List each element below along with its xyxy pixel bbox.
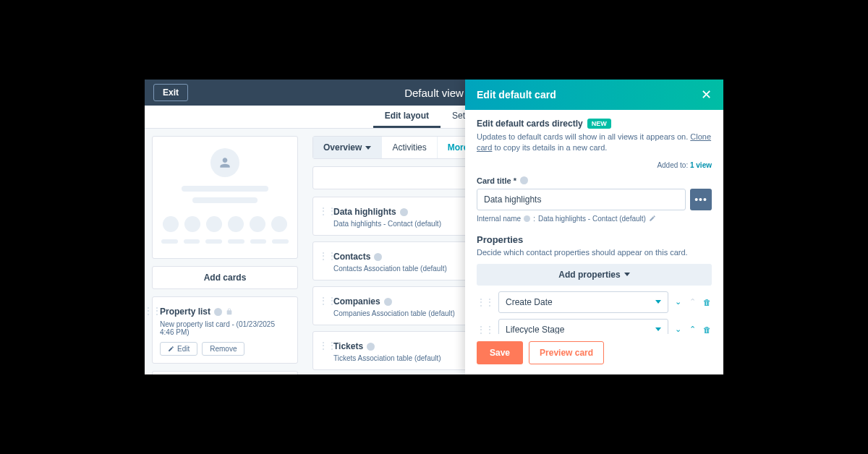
info-icon bbox=[520, 176, 528, 184]
tab-activities[interactable]: Activities bbox=[382, 137, 437, 158]
add-cards-left[interactable]: Add cards bbox=[152, 266, 298, 289]
added-to-link[interactable]: 1 view bbox=[690, 161, 712, 169]
drag-handle-icon[interactable]: ⋮⋮ bbox=[477, 325, 494, 334]
skeleton-line bbox=[272, 239, 289, 244]
drawer-footer: Save Preview card bbox=[465, 334, 723, 374]
caret-down-icon bbox=[365, 146, 371, 150]
skeleton-circle bbox=[228, 216, 244, 232]
view-title: Default view bbox=[404, 87, 464, 99]
skeleton-line bbox=[192, 197, 258, 203]
skeleton-circle bbox=[250, 216, 265, 232]
property-row: ⋮⋮ Create Date ⌄ ⌃ 🗑 bbox=[477, 291, 712, 313]
side-card-desc: New property list card - (01/23/2025 4:4… bbox=[160, 320, 290, 336]
skeleton-line bbox=[205, 239, 222, 244]
info-icon bbox=[367, 343, 375, 351]
card-title: Contacts bbox=[333, 252, 370, 262]
properties-heading: Properties bbox=[477, 234, 712, 245]
edit-card-drawer: Edit default card ✕ Edit default cards d… bbox=[465, 80, 723, 374]
property-select[interactable]: Lifecycle Stage bbox=[498, 319, 668, 334]
side-card-about-contact[interactable]: ⋮⋮ About this contact About this contact… bbox=[152, 371, 298, 374]
internal-name-label: Internal name bbox=[477, 215, 521, 223]
skeleton-line bbox=[182, 186, 268, 192]
drawer-header: Edit default card ✕ bbox=[465, 80, 723, 110]
caret-down-icon bbox=[655, 327, 661, 331]
delete-icon[interactable]: 🗑 bbox=[702, 325, 712, 334]
caret-down-icon bbox=[624, 273, 630, 276]
drag-handle-icon[interactable]: ⋮⋮ bbox=[319, 206, 336, 216]
card-title: Tickets bbox=[333, 341, 363, 351]
skeleton-line bbox=[228, 239, 244, 244]
banner-title: Edit default cards directly bbox=[477, 119, 583, 129]
side-card-title: Property list bbox=[160, 307, 210, 317]
drag-handle-icon[interactable]: ⋮⋮ bbox=[319, 251, 336, 261]
tab-overview[interactable]: Overview bbox=[313, 137, 382, 158]
skeleton-circle bbox=[184, 216, 200, 232]
move-up-icon[interactable]: ⌃ bbox=[687, 297, 697, 307]
caret-down-icon bbox=[655, 300, 661, 304]
info-icon bbox=[374, 253, 382, 261]
info-icon bbox=[400, 208, 408, 216]
move-up-icon[interactable]: ⌃ bbox=[687, 325, 697, 334]
banner-text: Updates to default cards will show in al… bbox=[477, 132, 712, 154]
exit-button[interactable]: Exit bbox=[153, 84, 188, 101]
more-actions-button[interactable]: ••• bbox=[690, 189, 712, 210]
property-row: ⋮⋮ Lifecycle Stage ⌄ ⌃ 🗑 bbox=[477, 319, 712, 334]
avatar-placeholder bbox=[210, 148, 239, 177]
lock-icon bbox=[226, 308, 233, 315]
drag-handle-icon[interactable]: ⋮⋮ bbox=[319, 296, 336, 306]
new-badge: NEW bbox=[587, 119, 611, 129]
skeleton-circle bbox=[163, 216, 179, 232]
skeleton-circle bbox=[206, 216, 222, 232]
added-to-label: Added to: bbox=[657, 161, 690, 169]
save-button[interactable]: Save bbox=[477, 341, 523, 364]
edit-button[interactable]: Edit bbox=[160, 342, 197, 356]
drag-handle-icon[interactable]: ⋮⋮ bbox=[319, 340, 336, 351]
skeleton-line bbox=[161, 239, 178, 244]
close-icon[interactable]: ✕ bbox=[701, 88, 712, 101]
pencil-icon[interactable] bbox=[649, 215, 656, 222]
card-title-input[interactable] bbox=[477, 189, 686, 210]
card-title: Data highlights bbox=[333, 207, 396, 217]
drag-handle-icon[interactable]: ⋮⋮ bbox=[145, 306, 161, 316]
drag-handle-icon[interactable]: ⋮⋮ bbox=[477, 297, 494, 307]
tab-edit-layout[interactable]: Edit layout bbox=[373, 106, 441, 128]
side-card-property-list[interactable]: ⋮⋮ Property list New property list card … bbox=[152, 296, 298, 364]
delete-icon[interactable]: 🗑 bbox=[702, 298, 712, 307]
move-down-icon[interactable]: ⌄ bbox=[673, 325, 683, 334]
move-down-icon[interactable]: ⌄ bbox=[673, 297, 683, 307]
add-properties-button[interactable]: Add properties bbox=[477, 264, 712, 286]
skeleton-line bbox=[250, 239, 267, 244]
info-icon bbox=[524, 215, 530, 222]
info-icon bbox=[214, 308, 222, 316]
profile-skeleton bbox=[152, 136, 298, 259]
skeleton-circle bbox=[271, 216, 287, 232]
skeleton-line bbox=[184, 239, 200, 244]
preview-card-button[interactable]: Preview card bbox=[529, 341, 604, 364]
card-title-label: Card title * bbox=[477, 176, 516, 185]
pencil-icon bbox=[168, 346, 174, 352]
remove-button[interactable]: Remove bbox=[202, 342, 244, 356]
card-title: Companies bbox=[333, 296, 380, 307]
properties-desc: Decide which contact properties should a… bbox=[477, 248, 712, 257]
left-column: Add cards ⋮⋮ Property list New property … bbox=[145, 129, 305, 374]
internal-name-value: Data highlights - Contact (default) bbox=[538, 215, 646, 223]
drawer-title: Edit default card bbox=[477, 89, 556, 100]
property-select[interactable]: Create Date bbox=[498, 291, 668, 313]
info-icon bbox=[384, 298, 392, 306]
